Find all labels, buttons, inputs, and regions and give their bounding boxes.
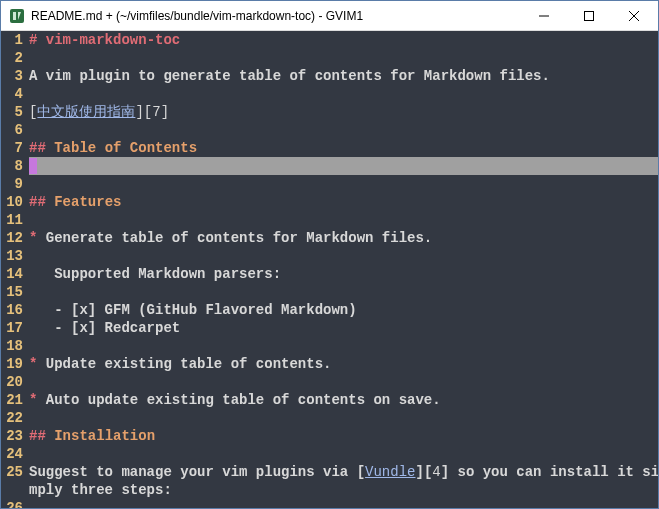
editor-cursor-line: 8: [1, 157, 658, 175]
line-number: 5: [1, 103, 29, 121]
line-number: 11: [1, 211, 29, 229]
editor-line: 3A vim plugin to generate table of conte…: [1, 67, 658, 85]
svg-rect-0: [10, 9, 24, 23]
window-titlebar: README.md + (~/vimfiles/bundle/vim-markd…: [1, 1, 658, 31]
gvim-icon: [9, 8, 25, 24]
line-number: 9: [1, 175, 29, 193]
line-number: 3: [1, 67, 29, 85]
editor-line: 13: [1, 247, 658, 265]
editor-line: mply three steps:: [1, 481, 658, 499]
line-number: 8: [1, 157, 29, 175]
line-number: 4: [1, 85, 29, 103]
link-chinese-guide: 中文版使用指南: [37, 104, 135, 120]
editor-line: 1# vim-markdown-toc: [1, 31, 658, 49]
editor-line: 17 - [x] Redcarpet: [1, 319, 658, 337]
editor-line: 11: [1, 211, 658, 229]
window-controls: [521, 2, 656, 30]
line-number: 14: [1, 265, 29, 283]
editor-line: 16 - [x] GFM (GitHub Flavored Markdown): [1, 301, 658, 319]
editor-line: 10## Features: [1, 193, 658, 211]
editor-line: 25Suggest to manage your vim plugins via…: [1, 463, 658, 481]
editor-line: 23## Installation: [1, 427, 658, 445]
minimize-button[interactable]: [521, 2, 566, 30]
editor-line: 2: [1, 49, 658, 67]
editor-line: 6: [1, 121, 658, 139]
line-number: 6: [1, 121, 29, 139]
line-number: 7: [1, 139, 29, 157]
line-number: 13: [1, 247, 29, 265]
svg-rect-2: [584, 11, 593, 20]
editor-line: 24: [1, 445, 658, 463]
link-vundle: Vundle: [365, 464, 415, 480]
editor-line: 19* Update existing table of contents.: [1, 355, 658, 373]
window-title: README.md + (~/vimfiles/bundle/vim-markd…: [31, 9, 521, 23]
maximize-button[interactable]: [566, 2, 611, 30]
line-number: 18: [1, 337, 29, 355]
line-number: [1, 481, 29, 499]
line-number: 25: [1, 463, 29, 481]
editor-line: 15: [1, 283, 658, 301]
line-number: 2: [1, 49, 29, 67]
line-number: 23: [1, 427, 29, 445]
line-number: 19: [1, 355, 29, 373]
line-number: 17: [1, 319, 29, 337]
editor-line: 12* Generate table of contents for Markd…: [1, 229, 658, 247]
editor-line: 20: [1, 373, 658, 391]
line-number: 24: [1, 445, 29, 463]
editor-line: 14 Supported Markdown parsers:: [1, 265, 658, 283]
editor-line: 4: [1, 85, 658, 103]
line-number: 20: [1, 373, 29, 391]
editor-line: 18: [1, 337, 658, 355]
close-button[interactable]: [611, 2, 656, 30]
line-number: 16: [1, 301, 29, 319]
line-number: 10: [1, 193, 29, 211]
editor-line: 22: [1, 409, 658, 427]
minimize-icon: [539, 11, 549, 21]
close-icon: [629, 11, 639, 21]
line-number: 1: [1, 31, 29, 49]
editor-area[interactable]: 1# vim-markdown-toc 2 3A vim plugin to g…: [1, 31, 658, 508]
editor-line: 21* Auto update existing table of conten…: [1, 391, 658, 409]
editor-line: 26: [1, 499, 658, 508]
line-number: 22: [1, 409, 29, 427]
line-number: 26: [1, 499, 29, 508]
maximize-icon: [584, 11, 594, 21]
editor-line: 5[中文版使用指南][7]: [1, 103, 658, 121]
cursor: [29, 158, 37, 174]
line-number: 21: [1, 391, 29, 409]
editor-line: 7## Table of Contents: [1, 139, 658, 157]
line-number: 15: [1, 283, 29, 301]
editor-line: 9: [1, 175, 658, 193]
line-number: 12: [1, 229, 29, 247]
